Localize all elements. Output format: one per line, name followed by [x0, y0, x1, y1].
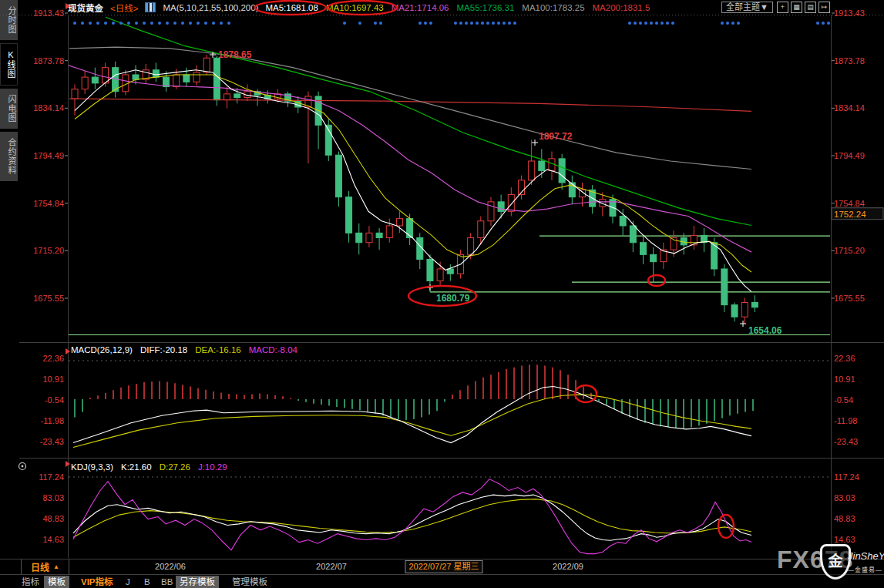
sidebar-tab-闪电图[interactable]: 闪电图 — [0, 89, 18, 129]
main-price-panel[interactable] — [68, 17, 831, 334]
macd-value-label: DEA:-16.16 — [195, 345, 240, 356]
watermark: FX678 金 JinSheYi —金盛易— — [777, 544, 884, 588]
signal-dot — [497, 22, 500, 25]
signal-dot — [135, 22, 138, 25]
toolbar-button-J[interactable]: J — [122, 576, 134, 588]
signal-dot — [424, 22, 427, 25]
signal-dot — [173, 22, 176, 25]
candle-body — [478, 221, 484, 238]
kdj-k-line — [73, 495, 751, 540]
candle-body — [143, 70, 149, 79]
toolbar-button-模板[interactable]: 模板 — [44, 576, 69, 588]
candle-body — [396, 219, 402, 226]
red-circle-annotation — [648, 275, 665, 286]
candle-body — [376, 233, 382, 237]
kdj-axis-label-right: 48.83 — [834, 514, 855, 523]
candle-body — [244, 92, 250, 98]
price-axis-label-right: 1754.84 — [834, 199, 865, 208]
price-axis-label-right: 1873.78 — [834, 56, 865, 66]
signal-dot — [220, 22, 223, 25]
panel-edge-marker[interactable] — [66, 348, 70, 354]
macd-axis-label-left: -23.43 — [40, 437, 64, 446]
candle-body — [346, 197, 352, 234]
kdj-panel[interactable] — [73, 479, 751, 554]
candle-body — [173, 75, 180, 87]
toolbar-button-管理模板[interactable]: 管理模板 — [228, 576, 271, 588]
price-axis-label-right: 1834.14 — [834, 103, 865, 113]
kdj-indicator-icon-dot — [22, 465, 24, 468]
kdj-axis-label-right: 83.03 — [834, 493, 855, 502]
candle-body — [660, 250, 667, 262]
candle-body — [163, 77, 170, 86]
watermark-script-text: JinSheYi — [848, 550, 884, 562]
candle-body — [569, 183, 575, 197]
time-axis-label: 2022/06 — [155, 562, 186, 571]
signal-dot — [628, 22, 631, 25]
kdj-axis-label-left: 48.83 — [42, 514, 64, 523]
kdj-axis-label-left: 14.63 — [42, 535, 64, 544]
sidebar-tab-active-K线图[interactable]: K线图 — [0, 43, 18, 86]
macd-axis-label-right: -0.54 — [834, 395, 853, 405]
jinshengyi-shield-icon: 金 — [820, 544, 851, 580]
chart-shift-icon[interactable]: ▤ — [805, 2, 816, 13]
toolbar-button-BB[interactable]: BB — [157, 576, 176, 588]
signal-dot — [655, 22, 658, 25]
candle-body — [274, 94, 281, 99]
price-axis-label-left: 1754.84 — [33, 199, 64, 208]
kdj-indicator-icon[interactable] — [19, 463, 26, 470]
current-price-tag: 1752.24 — [834, 210, 866, 219]
signal-dot — [454, 22, 457, 25]
candle-body — [305, 96, 311, 107]
time-axis-label: 2022/07 — [316, 562, 347, 571]
candle-body — [518, 180, 524, 195]
price-axis-label-right: 1675.55 — [834, 294, 865, 303]
candle-body — [203, 58, 210, 72]
signal-dot — [104, 22, 107, 25]
signal-dot — [81, 22, 84, 25]
signal-dot — [666, 22, 669, 25]
period-selector[interactable]: 日线 ▲ — [21, 559, 69, 574]
candle-body — [731, 305, 738, 318]
window-icons-group: +▦▤↦ — [777, 2, 830, 13]
kdj-j-line — [73, 479, 751, 554]
sidebar-tab-分时图[interactable]: 分时图 — [0, 0, 18, 40]
candle-body — [488, 202, 494, 221]
candle-body — [427, 260, 433, 281]
candle-body — [691, 235, 697, 244]
crosshair-date-label: 2022/07/27 星期三 — [405, 560, 482, 573]
axis-scale-icon[interactable]: ▦ — [791, 2, 802, 13]
price-axis-label-left: 1715.20 — [33, 246, 64, 255]
main-chart-svg[interactable]: 1878.651807.721680.791654.061913.431913.… — [0, 0, 884, 588]
kdj-axis-label-right: 14.63 — [834, 535, 855, 544]
panel-edge-marker[interactable] — [66, 461, 70, 467]
toolbar-button-指标[interactable]: 指标 — [18, 576, 43, 588]
signal-dot — [127, 22, 130, 25]
exit-right-icon[interactable]: ↦ — [818, 2, 830, 13]
macd-axis-label-right: 22.36 — [834, 354, 855, 363]
signal-dot — [158, 22, 161, 25]
candle-body — [325, 125, 331, 155]
price-extreme-label: 1807.72 — [539, 131, 573, 142]
candle-body — [213, 58, 220, 99]
kdj-axis-label-right: 117.24 — [834, 472, 859, 482]
pan-icon[interactable]: + — [777, 2, 788, 13]
candle-body — [711, 243, 718, 269]
signal-dot — [96, 22, 99, 25]
price-axis-label-left: 1794.49 — [33, 151, 64, 160]
candlestick-chart-icon[interactable] — [145, 2, 156, 12]
theme-dropdown-button[interactable]: 全部主题▼ — [721, 2, 773, 13]
bottom-toolbar: 指标模板VIP指标JBBB另存模板管理模板 — [0, 576, 884, 588]
signal-dot — [358, 22, 361, 25]
signal-dot — [634, 22, 637, 25]
candle-body — [72, 89, 78, 99]
signal-dot — [737, 22, 740, 25]
signal-dot — [379, 22, 382, 25]
toolbar-button-B[interactable]: B — [140, 576, 154, 588]
sidebar-tab-合约资料[interactable]: 合约资料 — [0, 132, 18, 181]
macd-panel[interactable] — [73, 365, 753, 447]
kdj-value-label: J:10.29 — [198, 462, 227, 473]
signal-dot — [470, 22, 473, 25]
toolbar-button-VIP指标[interactable]: VIP指标 — [77, 576, 117, 588]
candle-body — [600, 200, 606, 207]
toolbar-button-另存模板[interactable]: 另存模板 — [176, 576, 219, 588]
